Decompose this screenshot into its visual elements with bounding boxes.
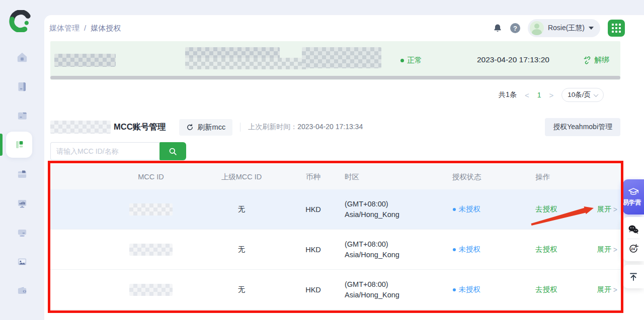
mcc-search-input[interactable]: [50, 142, 159, 160]
sidebar-item-home[interactable]: [0, 51, 44, 64]
sidebar-item-document[interactable]: [0, 80, 44, 93]
status-label: 未授权: [458, 285, 480, 294]
authorize-yeahmobi-button[interactable]: 授权Yeahmobi管理: [545, 118, 620, 136]
authorize-link[interactable]: 去授权: [535, 245, 557, 254]
app-logo[interactable]: [9, 10, 31, 32]
breadcrumb-separator: /: [84, 24, 86, 33]
notification-bell-icon[interactable]: [493, 23, 503, 33]
chevron-down-icon: [589, 27, 594, 30]
expand-link[interactable]: 展开 >: [597, 245, 617, 254]
authorize-link[interactable]: 去授权: [535, 204, 557, 214]
currency-cell: HKD: [282, 205, 345, 214]
page-size-select[interactable]: 10条/页: [561, 88, 604, 102]
header-actions: 操作: [503, 172, 620, 182]
last-refresh-time: 上次刷新时间：2023-04-20 17:13:34: [248, 123, 363, 132]
bound-account-banner: 正常 2023-04-20 17:13:20 解绑: [50, 41, 620, 80]
mcc-search: [50, 142, 620, 160]
mcc-table: MCC ID 上级MCC ID 币种 时区 授权状态 操作 无 HKD (GMT…: [50, 164, 620, 310]
header-parent-mcc: 上级MCC ID: [201, 172, 282, 182]
breadcrumb-section[interactable]: 媒体管理: [49, 24, 79, 33]
actions-cell: 去授权 展开 >: [503, 285, 620, 294]
logo-c-icon: [9, 10, 31, 32]
expand-link[interactable]: 展开 >: [597, 204, 617, 214]
mcc-section-title: MCC账号管理: [114, 122, 166, 133]
last-refresh-label: 上次刷新时间：: [248, 123, 297, 131]
status-dot: [453, 248, 456, 251]
actions-cell: 去授权 展开 >: [503, 245, 620, 254]
authorize-link[interactable]: 去授权: [535, 285, 557, 294]
status-dot: [453, 208, 456, 211]
search-button[interactable]: [159, 142, 186, 160]
pagination: 共1条 < 1 > 10条/页: [50, 88, 604, 102]
auth-status-cell: 未授权: [430, 245, 503, 254]
redacted-mcc-id: [129, 203, 173, 216]
expand-label: 展开: [597, 204, 612, 214]
expand-link[interactable]: 展开 >: [597, 285, 617, 294]
folder-icon: [16, 109, 29, 122]
wechat-icon[interactable]: [627, 224, 639, 235]
timezone-cell: (GMT+08:00) Asia/Hong_Kong: [345, 199, 430, 220]
pagination-total: 共1条: [499, 90, 517, 99]
sidebar-item-folder[interactable]: [0, 109, 44, 122]
breadcrumb: 媒体管理 / 媒体授权: [49, 24, 121, 33]
refresh-mcc-button[interactable]: 刷新mcc: [179, 119, 233, 136]
sidebar-item-briefcase[interactable]: [0, 168, 44, 181]
app-grid-button[interactable]: [608, 20, 625, 37]
auth-status-cell: 未授权: [430, 285, 503, 294]
actions-cell: 去授权 展开 >: [503, 204, 620, 214]
contact-floating-card: 24 h: [623, 217, 644, 261]
avatar: [530, 21, 544, 35]
timezone-line2: Asia/Hong_Kong: [345, 250, 430, 260]
breadcrumb-current: 媒体授权: [91, 24, 121, 33]
sidebar-item-wallet[interactable]: [0, 284, 44, 297]
school-floating-button[interactable]: 易学营: [623, 179, 644, 215]
back-to-top-button[interactable]: [623, 265, 644, 288]
sidebar-item-display[interactable]: [0, 226, 44, 239]
sidebar-item-media-auth[interactable]: [6, 132, 32, 158]
refresh-label: 刷新mcc: [198, 123, 226, 132]
status-label: 未授权: [458, 204, 480, 214]
timezone-line2: Asia/Hong_Kong: [345, 290, 430, 300]
parent-mcc-cell: 无: [201, 204, 282, 214]
timezone-line1: (GMT+08:00): [345, 199, 430, 209]
svg-text:h: h: [635, 246, 637, 249]
refresh-icon: [186, 124, 194, 131]
service-24h-icon[interactable]: 24 h: [627, 243, 639, 255]
redacted-account-name: [54, 54, 116, 67]
horizontal-scrollbar[interactable]: [50, 76, 620, 79]
header-mcc-id: MCC ID: [101, 173, 201, 181]
search-icon: [168, 147, 178, 156]
chevron-down-icon: [594, 92, 599, 97]
pagination-next-button[interactable]: >: [549, 91, 553, 99]
school-label: 易学营: [623, 198, 641, 207]
chevron-right-icon: >: [613, 246, 617, 254]
user-menu[interactable]: Rosie(王慧): [528, 19, 600, 37]
sidebar-item-monitor-chart[interactable]: [0, 197, 44, 210]
divider: [240, 123, 240, 132]
page-size-value: 10条/页: [568, 90, 591, 99]
parent-mcc-cell: 无: [201, 285, 282, 294]
unbind-link[interactable]: 解绑: [584, 55, 609, 65]
timezone-cell: (GMT+08:00) Asia/Hong_Kong: [345, 239, 430, 260]
timezone-line1: (GMT+08:00): [345, 239, 430, 250]
pagination-prev-button[interactable]: <: [525, 91, 529, 99]
help-icon[interactable]: ?: [510, 23, 520, 33]
redacted-account-info: [185, 47, 280, 59]
parent-mcc-cell: 无: [201, 245, 282, 254]
status-label: 正常: [407, 56, 422, 65]
status-dot: [453, 288, 456, 291]
header-currency: 币种: [282, 172, 345, 182]
chevron-right-icon: >: [613, 286, 617, 294]
status-label: 未授权: [458, 245, 480, 254]
sidebar-item-image[interactable]: [0, 255, 44, 268]
briefcase-icon: [16, 168, 29, 181]
currency-cell: HKD: [282, 286, 345, 294]
sidebar-active-indicator: [0, 134, 3, 156]
wallet-icon: [16, 284, 29, 297]
unlink-icon: [584, 56, 592, 64]
redacted-mcc-id: [129, 284, 173, 296]
timezone-cell: (GMT+08:00) Asia/Hong_Kong: [345, 279, 430, 300]
monitor-chart-icon: [16, 197, 29, 210]
status-dot: [400, 59, 404, 62]
pagination-page-1[interactable]: 1: [537, 91, 541, 99]
